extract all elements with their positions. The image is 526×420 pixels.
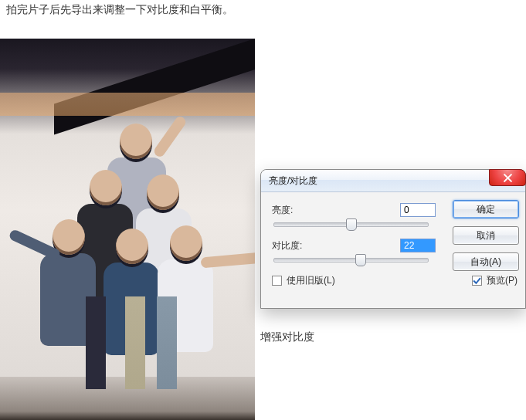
- brightness-slider-thumb[interactable]: [346, 218, 357, 231]
- preview-label: 预览(P): [487, 274, 518, 287]
- brightness-input[interactable]: [400, 203, 436, 217]
- brightness-contrast-dialog: 亮度/对比度 亮度: 对比度:: [260, 169, 526, 309]
- caption-below-dialog: 增强对比度: [260, 330, 314, 344]
- preview-checkbox[interactable]: [472, 276, 482, 286]
- legacy-label: 使用旧版(L): [287, 274, 335, 287]
- source-photo: [0, 39, 255, 420]
- contrast-label: 对比度:: [272, 239, 312, 252]
- close-button[interactable]: [489, 169, 526, 186]
- cancel-button[interactable]: 取消: [453, 226, 519, 245]
- legacy-checkbox[interactable]: [272, 276, 282, 286]
- contrast-slider[interactable]: [272, 254, 430, 266]
- dialog-title: 亮度/对比度: [269, 174, 317, 188]
- auto-button[interactable]: 自动(A): [453, 252, 519, 271]
- brightness-slider[interactable]: [272, 218, 430, 231]
- brightness-label: 亮度:: [272, 204, 312, 217]
- contrast-slider-thumb[interactable]: [355, 254, 366, 266]
- contrast-input[interactable]: [400, 239, 436, 252]
- intro-text: 拍完片子后先导出来调整一下对比度和白平衡。: [6, 3, 233, 17]
- check-icon: [473, 276, 481, 285]
- ok-button[interactable]: 确定: [453, 200, 519, 218]
- close-icon: [504, 174, 512, 182]
- dialog-titlebar[interactable]: 亮度/对比度: [261, 170, 525, 192]
